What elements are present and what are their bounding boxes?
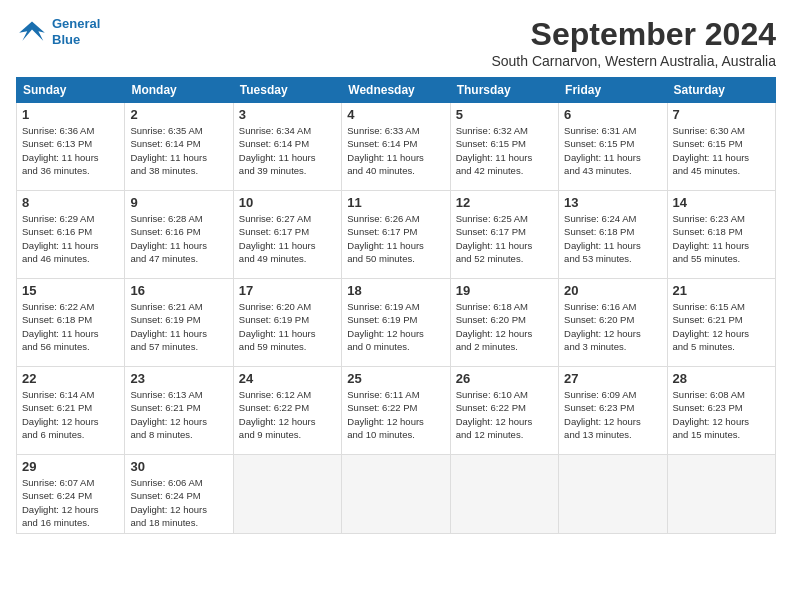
day-number: 15	[22, 283, 119, 298]
day-number: 3	[239, 107, 336, 122]
weekday-header-sunday: Sunday	[17, 78, 125, 103]
day-number: 30	[130, 459, 227, 474]
day-number: 24	[239, 371, 336, 386]
day-info: Sunrise: 6:16 AM Sunset: 6:20 PM Dayligh…	[564, 300, 661, 353]
day-info: Sunrise: 6:32 AM Sunset: 6:15 PM Dayligh…	[456, 124, 553, 177]
day-number: 13	[564, 195, 661, 210]
calendar-cell: 22Sunrise: 6:14 AM Sunset: 6:21 PM Dayli…	[17, 367, 125, 455]
day-number: 2	[130, 107, 227, 122]
day-info: Sunrise: 6:12 AM Sunset: 6:22 PM Dayligh…	[239, 388, 336, 441]
day-info: Sunrise: 6:21 AM Sunset: 6:19 PM Dayligh…	[130, 300, 227, 353]
day-info: Sunrise: 6:23 AM Sunset: 6:18 PM Dayligh…	[673, 212, 770, 265]
day-info: Sunrise: 6:13 AM Sunset: 6:21 PM Dayligh…	[130, 388, 227, 441]
day-number: 22	[22, 371, 119, 386]
calendar-cell: 3Sunrise: 6:34 AM Sunset: 6:14 PM Daylig…	[233, 103, 341, 191]
calendar-cell: 9Sunrise: 6:28 AM Sunset: 6:16 PM Daylig…	[125, 191, 233, 279]
calendar-body: 1Sunrise: 6:36 AM Sunset: 6:13 PM Daylig…	[17, 103, 776, 534]
day-number: 20	[564, 283, 661, 298]
day-number: 12	[456, 195, 553, 210]
day-number: 18	[347, 283, 444, 298]
day-info: Sunrise: 6:08 AM Sunset: 6:23 PM Dayligh…	[673, 388, 770, 441]
day-number: 26	[456, 371, 553, 386]
calendar-cell	[450, 455, 558, 534]
calendar-cell: 10Sunrise: 6:27 AM Sunset: 6:17 PM Dayli…	[233, 191, 341, 279]
calendar-cell: 23Sunrise: 6:13 AM Sunset: 6:21 PM Dayli…	[125, 367, 233, 455]
calendar-cell	[342, 455, 450, 534]
calendar-cell: 25Sunrise: 6:11 AM Sunset: 6:22 PM Dayli…	[342, 367, 450, 455]
day-info: Sunrise: 6:07 AM Sunset: 6:24 PM Dayligh…	[22, 476, 119, 529]
day-number: 1	[22, 107, 119, 122]
weekday-header-friday: Friday	[559, 78, 667, 103]
day-info: Sunrise: 6:22 AM Sunset: 6:18 PM Dayligh…	[22, 300, 119, 353]
day-info: Sunrise: 6:33 AM Sunset: 6:14 PM Dayligh…	[347, 124, 444, 177]
day-number: 6	[564, 107, 661, 122]
calendar-cell: 14Sunrise: 6:23 AM Sunset: 6:18 PM Dayli…	[667, 191, 775, 279]
calendar-cell: 6Sunrise: 6:31 AM Sunset: 6:15 PM Daylig…	[559, 103, 667, 191]
calendar-cell: 29Sunrise: 6:07 AM Sunset: 6:24 PM Dayli…	[17, 455, 125, 534]
calendar-cell: 21Sunrise: 6:15 AM Sunset: 6:21 PM Dayli…	[667, 279, 775, 367]
day-info: Sunrise: 6:19 AM Sunset: 6:19 PM Dayligh…	[347, 300, 444, 353]
day-number: 25	[347, 371, 444, 386]
week-row-1: 1Sunrise: 6:36 AM Sunset: 6:13 PM Daylig…	[17, 103, 776, 191]
day-number: 28	[673, 371, 770, 386]
calendar-cell	[233, 455, 341, 534]
day-info: Sunrise: 6:26 AM Sunset: 6:17 PM Dayligh…	[347, 212, 444, 265]
day-info: Sunrise: 6:35 AM Sunset: 6:14 PM Dayligh…	[130, 124, 227, 177]
day-info: Sunrise: 6:09 AM Sunset: 6:23 PM Dayligh…	[564, 388, 661, 441]
calendar-table: SundayMondayTuesdayWednesdayThursdayFrid…	[16, 77, 776, 534]
calendar-cell: 4Sunrise: 6:33 AM Sunset: 6:14 PM Daylig…	[342, 103, 450, 191]
calendar-cell: 20Sunrise: 6:16 AM Sunset: 6:20 PM Dayli…	[559, 279, 667, 367]
calendar-cell: 19Sunrise: 6:18 AM Sunset: 6:20 PM Dayli…	[450, 279, 558, 367]
calendar-cell: 15Sunrise: 6:22 AM Sunset: 6:18 PM Dayli…	[17, 279, 125, 367]
day-number: 19	[456, 283, 553, 298]
day-info: Sunrise: 6:29 AM Sunset: 6:16 PM Dayligh…	[22, 212, 119, 265]
weekday-header-saturday: Saturday	[667, 78, 775, 103]
day-number: 14	[673, 195, 770, 210]
weekday-header-thursday: Thursday	[450, 78, 558, 103]
day-number: 23	[130, 371, 227, 386]
week-row-4: 22Sunrise: 6:14 AM Sunset: 6:21 PM Dayli…	[17, 367, 776, 455]
day-number: 5	[456, 107, 553, 122]
day-info: Sunrise: 6:28 AM Sunset: 6:16 PM Dayligh…	[130, 212, 227, 265]
day-info: Sunrise: 6:14 AM Sunset: 6:21 PM Dayligh…	[22, 388, 119, 441]
month-title: September 2024	[491, 16, 776, 53]
day-number: 7	[673, 107, 770, 122]
calendar-cell: 27Sunrise: 6:09 AM Sunset: 6:23 PM Dayli…	[559, 367, 667, 455]
calendar-cell: 17Sunrise: 6:20 AM Sunset: 6:19 PM Dayli…	[233, 279, 341, 367]
logo-text: General Blue	[52, 16, 100, 47]
day-number: 29	[22, 459, 119, 474]
day-info: Sunrise: 6:36 AM Sunset: 6:13 PM Dayligh…	[22, 124, 119, 177]
calendar-cell: 1Sunrise: 6:36 AM Sunset: 6:13 PM Daylig…	[17, 103, 125, 191]
day-info: Sunrise: 6:34 AM Sunset: 6:14 PM Dayligh…	[239, 124, 336, 177]
weekday-header-row: SundayMondayTuesdayWednesdayThursdayFrid…	[17, 78, 776, 103]
day-info: Sunrise: 6:31 AM Sunset: 6:15 PM Dayligh…	[564, 124, 661, 177]
calendar-cell: 28Sunrise: 6:08 AM Sunset: 6:23 PM Dayli…	[667, 367, 775, 455]
weekday-header-wednesday: Wednesday	[342, 78, 450, 103]
day-info: Sunrise: 6:10 AM Sunset: 6:22 PM Dayligh…	[456, 388, 553, 441]
calendar-cell: 12Sunrise: 6:25 AM Sunset: 6:17 PM Dayli…	[450, 191, 558, 279]
calendar-cell: 24Sunrise: 6:12 AM Sunset: 6:22 PM Dayli…	[233, 367, 341, 455]
svg-marker-0	[19, 21, 45, 40]
day-info: Sunrise: 6:30 AM Sunset: 6:15 PM Dayligh…	[673, 124, 770, 177]
weekday-header-monday: Monday	[125, 78, 233, 103]
day-info: Sunrise: 6:20 AM Sunset: 6:19 PM Dayligh…	[239, 300, 336, 353]
calendar-cell: 13Sunrise: 6:24 AM Sunset: 6:18 PM Dayli…	[559, 191, 667, 279]
calendar-cell: 18Sunrise: 6:19 AM Sunset: 6:19 PM Dayli…	[342, 279, 450, 367]
week-row-5: 29Sunrise: 6:07 AM Sunset: 6:24 PM Dayli…	[17, 455, 776, 534]
logo-icon	[16, 18, 48, 46]
calendar-cell: 7Sunrise: 6:30 AM Sunset: 6:15 PM Daylig…	[667, 103, 775, 191]
day-info: Sunrise: 6:15 AM Sunset: 6:21 PM Dayligh…	[673, 300, 770, 353]
calendar-cell: 2Sunrise: 6:35 AM Sunset: 6:14 PM Daylig…	[125, 103, 233, 191]
calendar-cell: 26Sunrise: 6:10 AM Sunset: 6:22 PM Dayli…	[450, 367, 558, 455]
location-subtitle: South Carnarvon, Western Australia, Aust…	[491, 53, 776, 69]
title-block: September 2024 South Carnarvon, Western …	[491, 16, 776, 69]
calendar-cell	[667, 455, 775, 534]
day-info: Sunrise: 6:06 AM Sunset: 6:24 PM Dayligh…	[130, 476, 227, 529]
calendar-cell	[559, 455, 667, 534]
day-info: Sunrise: 6:11 AM Sunset: 6:22 PM Dayligh…	[347, 388, 444, 441]
day-number: 16	[130, 283, 227, 298]
weekday-header-tuesday: Tuesday	[233, 78, 341, 103]
day-number: 8	[22, 195, 119, 210]
day-number: 17	[239, 283, 336, 298]
day-info: Sunrise: 6:27 AM Sunset: 6:17 PM Dayligh…	[239, 212, 336, 265]
